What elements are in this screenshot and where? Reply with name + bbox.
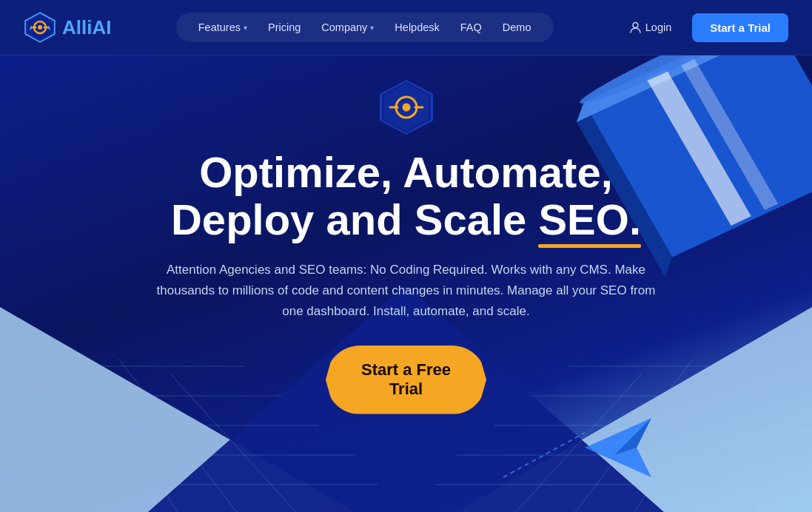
svg-point-8 bbox=[633, 23, 638, 28]
svg-line-27 bbox=[753, 314, 812, 512]
nav-item-pricing[interactable]: Pricing bbox=[259, 17, 309, 38]
chevron-down-icon: ▾ bbox=[370, 24, 374, 32]
brand-name: AlliAI bbox=[62, 16, 111, 39]
nav-item-faq[interactable]: FAQ bbox=[452, 17, 491, 38]
user-icon bbox=[630, 21, 641, 33]
hero-cta-button[interactable]: Start a Free Trial bbox=[326, 346, 486, 414]
nav-item-helpdesk[interactable]: Helpdesk bbox=[386, 17, 448, 38]
hero-title-underline: SEO. bbox=[538, 196, 641, 243]
hero-content: Optimize, Automate, Deploy and Scale SEO… bbox=[155, 55, 658, 414]
hero-subtitle: Attention Agencies and SEO teams: No Cod… bbox=[155, 260, 658, 322]
logo[interactable]: AlliAI bbox=[24, 11, 111, 44]
svg-marker-38 bbox=[585, 418, 651, 477]
hero-title-line2: Deploy and Scale SEO. bbox=[171, 196, 641, 243]
nav-item-company[interactable]: Company ▾ bbox=[312, 17, 383, 38]
login-button[interactable]: Login bbox=[618, 16, 683, 39]
hero-title-line1: Optimize, Automate, bbox=[171, 149, 641, 196]
svg-marker-36 bbox=[680, 55, 778, 216]
svg-point-45 bbox=[402, 104, 410, 112]
svg-line-22 bbox=[0, 314, 59, 512]
svg-line-40 bbox=[503, 433, 585, 477]
alli-ai-logo-icon bbox=[24, 11, 56, 44]
hero-logo-icon bbox=[377, 78, 436, 137]
nav-item-features[interactable]: Features ▾ bbox=[189, 17, 256, 38]
svg-marker-39 bbox=[614, 418, 651, 455]
nav-right: Login Start a Trial bbox=[618, 13, 788, 42]
start-trial-button[interactable]: Start a Trial bbox=[692, 13, 788, 42]
nav-links: Features ▾ Pricing Company ▾ Helpdesk FA… bbox=[176, 13, 554, 42]
hero-title: Optimize, Automate, Deploy and Scale SEO… bbox=[171, 149, 641, 243]
navbar: AlliAI Features ▾ Pricing Company ▾ Help… bbox=[0, 0, 812, 55]
svg-line-23 bbox=[30, 337, 118, 512]
svg-line-28 bbox=[694, 337, 782, 512]
nav-item-demo[interactable]: Demo bbox=[494, 17, 540, 38]
hero-section: Optimize, Automate, Deploy and Scale SEO… bbox=[0, 55, 812, 512]
svg-point-3 bbox=[38, 25, 42, 30]
svg-marker-35 bbox=[645, 62, 751, 232]
chevron-down-icon: ▾ bbox=[244, 24, 247, 32]
